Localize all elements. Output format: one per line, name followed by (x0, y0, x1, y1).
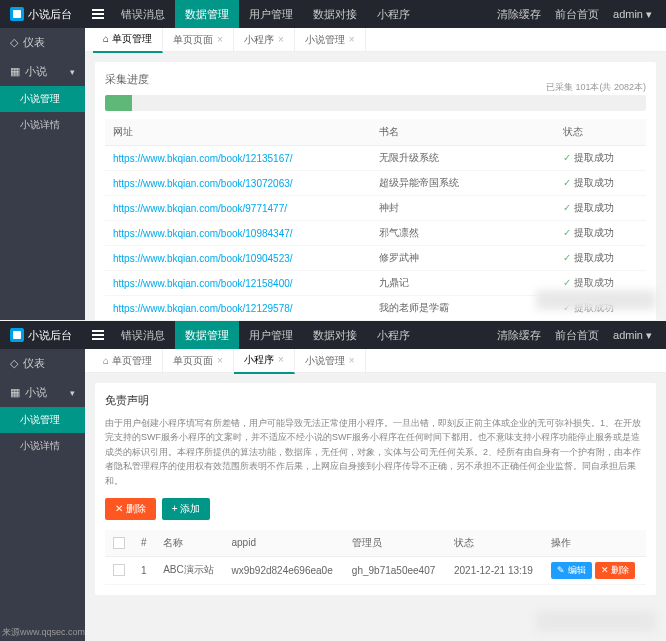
table-row: https://www.bkqian.com/book/12135167/无限升… (105, 146, 646, 171)
nav-item-user[interactable]: 用户管理 (239, 0, 303, 28)
table-row: https://www.bkqian.com/book/13072063/超级异… (105, 171, 646, 196)
user-dropdown[interactable]: admin (613, 329, 652, 342)
cell-status: 2021-12-21 13:19 (446, 556, 544, 584)
table-row: https://www.bkqian.com/book/9771477/神封提取… (105, 196, 646, 221)
tab-miniapp[interactable]: 小程序 (234, 349, 295, 374)
miniapp-panel: 免责声明 由于用户创建小程序填写有所差错，用户可能导致无法正常使用小程序。一旦出… (95, 383, 656, 595)
col-idx: # (133, 530, 155, 557)
topbar-right: 清除缓存 前台首页 admin (497, 7, 666, 22)
table-row: https://www.bkqian.com/book/10984347/邪气凛… (105, 221, 646, 246)
watermark-blur (536, 290, 656, 310)
page-tabs: 单页管理 单页页面 小程序 小说管理 (85, 28, 666, 52)
col-name: 书名 (371, 119, 556, 146)
sidebar-item-novel[interactable]: ▦ 小说 (0, 57, 85, 86)
book-name: 超级异能帝国系统 (371, 171, 556, 196)
col-ops: 操作 (543, 530, 646, 557)
status-cell: 提取成功 (555, 146, 646, 171)
checkbox-all[interactable] (113, 537, 125, 549)
tab-home[interactable]: 单页管理 (93, 28, 163, 53)
nav-item-miniapp[interactable]: 小程序 (367, 0, 420, 28)
disclaimer-legend: 免责声明 (105, 393, 646, 408)
nav-item-data[interactable]: 数据管理 (175, 0, 239, 28)
table-row: 1 ABC演示站 wx9b92d824e696ea0e gh_9b71a50ee… (105, 556, 646, 584)
row-delete-button[interactable]: ✕ 删除 (595, 562, 636, 579)
page-tabs: 单页管理 单页页面 小程序 小说管理 (85, 349, 666, 373)
status-cell: 提取成功 (555, 196, 646, 221)
tab-novel-manage[interactable]: 小说管理 (295, 349, 366, 373)
clear-cache-link[interactable]: 清除缓存 (497, 328, 541, 343)
url-link[interactable]: https://www.bkqian.com/book/12158400/ (113, 278, 293, 289)
logo: 小说后台 (0, 328, 85, 343)
col-name: 名称 (155, 530, 223, 557)
nav-item-user[interactable]: 用户管理 (239, 321, 303, 349)
sidebar-sub-novel-manage[interactable]: 小说管理 (0, 407, 85, 433)
topbar: 小说后台 错误消息 数据管理 用户管理 数据对接 小程序 清除缓存 前台首页 a… (0, 321, 666, 349)
watermark-blur (536, 611, 656, 631)
status-cell: 提取成功 (555, 221, 646, 246)
add-button[interactable]: + 添加 (162, 498, 211, 520)
url-link[interactable]: https://www.bkqian.com/book/13072063/ (113, 178, 293, 189)
menu-toggle-icon[interactable] (85, 334, 111, 336)
sidebar-item-novel[interactable]: ▦ 小说 (0, 378, 85, 407)
cloud-icon (10, 328, 24, 342)
top-nav: 错误消息 数据管理 用户管理 数据对接 小程序 (111, 0, 420, 28)
sidebar: ◇ 仪表 ▦ 小说 小说管理 小说详情 (0, 349, 85, 641)
checkbox-row[interactable] (113, 564, 125, 576)
nav-item-error[interactable]: 错误消息 (111, 321, 175, 349)
sidebar: ◇ 仪表 ▦ 小说 小说管理 小说详情 (0, 28, 85, 320)
status-cell: 提取成功 (555, 246, 646, 271)
book-name: 我的老师是学霸 (371, 296, 556, 321)
front-page-link[interactable]: 前台首页 (555, 7, 599, 22)
sidebar-sub-novel-manage[interactable]: 小说管理 (0, 86, 85, 112)
main-area: 单页管理 单页页面 小程序 小说管理 采集进度 已采集 101本(共 2082本… (85, 28, 666, 320)
nav-item-api[interactable]: 数据对接 (303, 0, 367, 28)
user-dropdown[interactable]: admin (613, 8, 652, 21)
cell-idx: 1 (133, 556, 155, 584)
url-link[interactable]: https://www.bkqian.com/book/10904523/ (113, 253, 293, 264)
progress-percent: 5% (111, 95, 128, 111)
status-cell: 提取成功 (555, 171, 646, 196)
book-name: 九鼎记 (371, 271, 556, 296)
top-nav: 错误消息 数据管理 用户管理 数据对接 小程序 (111, 321, 420, 349)
url-link[interactable]: https://www.bkqian.com/book/12129578/ (113, 303, 293, 314)
book-name: 修罗武神 (371, 246, 556, 271)
table-row: https://www.bkqian.com/book/10904523/修罗武… (105, 246, 646, 271)
col-url: 网址 (105, 119, 371, 146)
cell-name: ABC演示站 (155, 556, 223, 584)
url-link[interactable]: https://www.bkqian.com/book/12135167/ (113, 153, 293, 164)
disclaimer-text: 由于用户创建小程序填写有所差错，用户可能导致无法正常使用小程序。一旦出错，即刻反… (105, 416, 646, 488)
nav-item-api[interactable]: 数据对接 (303, 321, 367, 349)
tab-novel-manage[interactable]: 小说管理 (295, 28, 366, 52)
clear-cache-link[interactable]: 清除缓存 (497, 7, 541, 22)
tab-single[interactable]: 单页页面 (163, 349, 234, 373)
book-name: 邪气凛然 (371, 221, 556, 246)
cell-appid: wx9b92d824e696ea0e (223, 556, 343, 584)
app-title: 小说后台 (28, 328, 72, 343)
nav-item-error[interactable]: 错误消息 (111, 0, 175, 28)
url-link[interactable]: https://www.bkqian.com/book/9771477/ (113, 203, 287, 214)
edit-button[interactable]: ✎ 编辑 (551, 562, 592, 579)
col-status: 状态 (446, 530, 544, 557)
delete-button[interactable]: ✕ 删除 (105, 498, 156, 520)
app-title: 小说后台 (28, 7, 72, 22)
sidebar-sub-novel-detail[interactable]: 小说详情 (0, 112, 85, 138)
sidebar-item-dashboard[interactable]: ◇ 仪表 (0, 28, 85, 57)
main-area: 单页管理 单页页面 小程序 小说管理 免责声明 由于用户创建小程序填写有所差错，… (85, 349, 666, 641)
nav-item-data[interactable]: 数据管理 (175, 321, 239, 349)
tab-home[interactable]: 单页管理 (93, 349, 163, 373)
progress-meta: 已采集 101本(共 2082本) (546, 81, 646, 94)
collect-panel: 采集进度 已采集 101本(共 2082本) 5% 网址 书名 状态 (95, 62, 656, 320)
sidebar-sub-novel-detail[interactable]: 小说详情 (0, 433, 85, 459)
url-link[interactable]: https://www.bkqian.com/book/10984347/ (113, 228, 293, 239)
book-name: 神封 (371, 196, 556, 221)
col-status: 状态 (555, 119, 646, 146)
menu-toggle-icon[interactable] (85, 13, 111, 15)
book-name: 无限升级系统 (371, 146, 556, 171)
footer-source: 来源www.qqsec.com (2, 626, 85, 639)
sidebar-item-dashboard[interactable]: ◇ 仪表 (0, 349, 85, 378)
front-page-link[interactable]: 前台首页 (555, 328, 599, 343)
nav-item-miniapp[interactable]: 小程序 (367, 321, 420, 349)
tab-single[interactable]: 单页页面 (163, 28, 234, 52)
tab-miniapp[interactable]: 小程序 (234, 28, 295, 52)
miniapp-table: # 名称 appid 管理员 状态 操作 1 ABC演示站 wx9b92d824… (105, 530, 646, 585)
